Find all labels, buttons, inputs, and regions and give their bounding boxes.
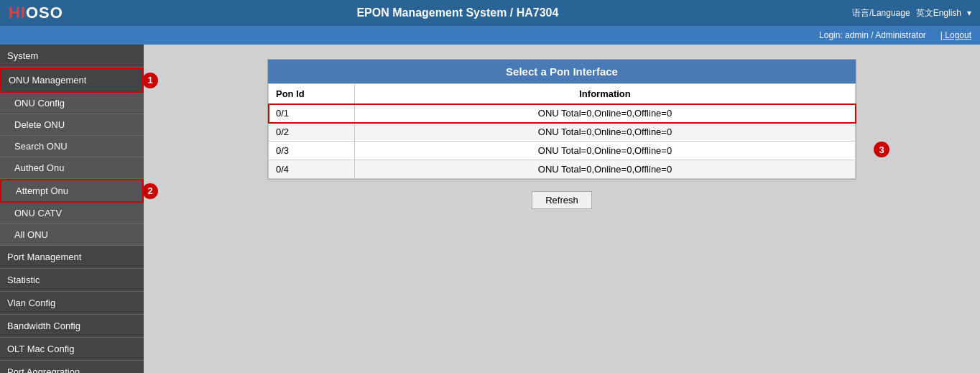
sidebar-item-vlan-config[interactable]: Vlan Config — [0, 292, 144, 315]
pon-id-cell: 0/2 — [269, 123, 355, 142]
sidebar-item-onu-config[interactable]: ONU Config — [0, 93, 144, 114]
sidebar-item-onu-catv[interactable]: ONU CATV — [0, 203, 144, 224]
app-title: EPON Management System / HA7304 — [63, 6, 852, 19]
language-value[interactable]: 英文English — [916, 7, 961, 19]
pon-table: Pon Id Information 0/1ONU Total=0,Online… — [268, 83, 856, 179]
sidebar-item-onu-management[interactable]: ONU Management — [0, 68, 144, 93]
table-row[interactable]: 0/1ONU Total=0,Online=0,Offline=0 — [269, 104, 856, 123]
pon-table-title: Select a Pon Interface — [268, 60, 856, 83]
sidebar-item-bandwidth-config[interactable]: Bandwidth Config — [0, 315, 144, 338]
logo-red: HI — [9, 4, 26, 22]
pon-interface-panel: Select a Pon Interface Pon Id Informatio… — [267, 59, 856, 180]
sidebar-item-attempt-onu[interactable]: Attempt Onu — [0, 179, 144, 203]
sidebar-item-system[interactable]: System — [0, 45, 144, 68]
information-cell: ONU Total=0,Online=0,Offline=0 — [355, 142, 856, 160]
sidebar-item-olt-mac-config[interactable]: OLT Mac Config — [0, 338, 144, 361]
information-cell: ONU Total=0,Online=0,Offline=0 — [355, 160, 856, 179]
language-selector[interactable]: 语言/Language 英文English ▾ — [852, 7, 971, 19]
refresh-area: Refresh — [158, 191, 966, 209]
table-row[interactable]: 0/3ONU Total=0,Online=0,Offline=0 — [269, 142, 856, 160]
logo: HIOSO — [9, 4, 63, 22]
table-row[interactable]: 0/2ONU Total=0,Online=0,Offline=0 — [269, 123, 856, 142]
main-layout: SystemONU ManagementONU ConfigDelete ONU… — [0, 45, 980, 373]
annotation-2: 2 — [142, 183, 158, 199]
sidebar-item-delete-onu[interactable]: Delete ONU — [0, 114, 144, 136]
login-info: Login: admin / Administrator — [819, 30, 926, 40]
header-top: HIOSO EPON Management System / HA7304 语言… — [0, 0, 980, 26]
logout-button[interactable]: | Logout — [940, 30, 971, 40]
logo-text: HIOSO — [9, 4, 63, 22]
sidebar: SystemONU ManagementONU ConfigDelete ONU… — [0, 45, 144, 373]
sidebar-item-port-aggregation[interactable]: Port Aggregration — [0, 361, 144, 373]
sidebar-item-search-onu[interactable]: Search ONU — [0, 136, 144, 157]
information-cell: ONU Total=0,Online=0,Offline=0 — [355, 104, 856, 123]
col-information: Information — [355, 84, 856, 104]
annotation-3: 3 — [874, 142, 889, 157]
main-content: Select a Pon Interface Pon Id Informatio… — [144, 45, 980, 373]
sidebar-item-authed-onu[interactable]: Authed Onu — [0, 157, 144, 179]
pon-id-cell: 0/1 — [269, 104, 355, 123]
annotation-1: 1 — [142, 73, 158, 88]
sidebar-item-all-onu[interactable]: All ONU — [0, 224, 144, 246]
table-row[interactable]: 0/4ONU Total=0,Online=0,Offline=0 — [269, 160, 856, 179]
sidebar-item-statistic[interactable]: Statistic — [0, 269, 144, 292]
pon-id-cell: 0/4 — [269, 160, 355, 179]
pon-id-cell: 0/3 — [269, 142, 355, 160]
header-bottom: Login: admin / Administrator | Logout — [0, 26, 980, 45]
col-pon-id: Pon Id — [269, 84, 355, 104]
information-cell: ONU Total=0,Online=0,Offline=0 — [355, 123, 856, 142]
refresh-button[interactable]: Refresh — [532, 191, 592, 209]
dropdown-icon[interactable]: ▾ — [967, 8, 971, 18]
language-label: 语言/Language — [852, 7, 910, 19]
sidebar-item-port-management[interactable]: Port Management — [0, 246, 144, 269]
